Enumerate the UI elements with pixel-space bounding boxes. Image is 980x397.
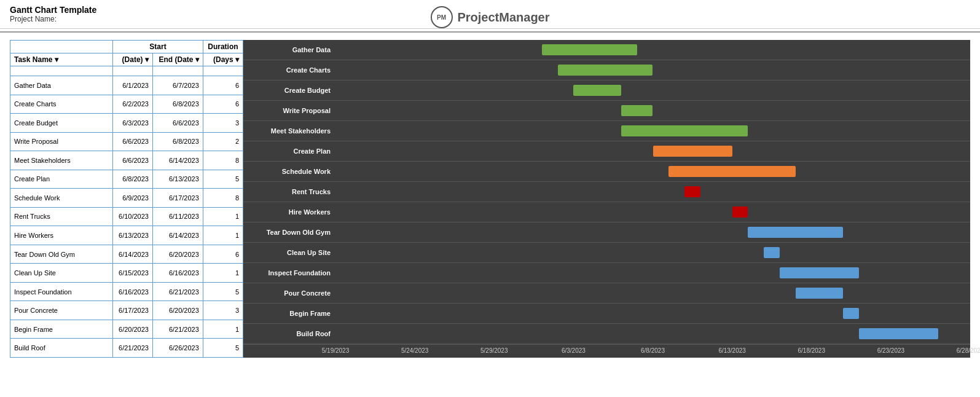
axis-date-label: 6/3/2023 [562, 347, 586, 354]
task-end: 6/13/2023 [152, 170, 203, 189]
gantt-track [335, 40, 970, 60]
gantt-track [335, 324, 970, 344]
task-duration: 1 [203, 226, 243, 245]
col-sub-duration: (Days ▾ [203, 53, 243, 66]
gantt-row: Tear Down Old Gym [243, 222, 970, 243]
axis-date-label: 5/29/2023 [480, 347, 508, 354]
task-table: Start Duration Task Name ▾ (Date) ▾ End … [10, 40, 243, 358]
table-row: Meet Stakeholders 6/6/2023 6/14/2023 8 [10, 151, 243, 170]
task-end: 6/17/2023 [152, 189, 203, 208]
task-name: Build Roof [10, 339, 113, 358]
task-duration: 5 [203, 282, 243, 301]
gantt-track [335, 141, 970, 161]
task-start: 6/14/2023 [113, 245, 153, 264]
axis-date-label: 6/13/2023 [718, 347, 746, 354]
task-name: Hire Workers [10, 226, 113, 245]
table-row: Inspect Foundation 6/16/2023 6/21/2023 5 [10, 282, 243, 301]
gantt-task-label: Write Proposal [243, 107, 335, 114]
gantt-track [335, 101, 970, 120]
gantt-task-label: Schedule Work [243, 168, 335, 175]
gantt-row: Hire Workers [243, 202, 970, 222]
task-duration: 5 [203, 339, 243, 358]
axis-date-label: 6/28/2023 [957, 347, 980, 354]
gantt-row: Begin Frame [243, 304, 970, 324]
task-end: 6/14/2023 [152, 226, 203, 245]
task-duration: 3 [203, 301, 243, 320]
axis-date-label: 5/19/2023 [322, 347, 350, 354]
task-start: 6/6/2023 [113, 151, 153, 170]
gantt-track [335, 283, 970, 303]
gantt-task-label: Clean Up Site [243, 249, 335, 256]
gantt-task-label: Inspect Foundation [243, 269, 335, 277]
gantt-row: Schedule Work [243, 162, 970, 182]
task-duration: 8 [203, 189, 243, 208]
gantt-task-label: Create Plan [243, 147, 335, 155]
table-row: Build Roof 6/21/2023 6/26/2023 5 [10, 339, 243, 358]
task-start: 6/8/2023 [113, 170, 153, 189]
logo-area: PM ProjectManager [430, 6, 549, 28]
gantt-bar [621, 125, 748, 136]
gantt-task-label: Pour Concrete [243, 289, 335, 297]
task-name: Create Budget [10, 114, 113, 133]
task-start: 6/1/2023 [113, 76, 153, 95]
gantt-row: Write Proposal [243, 101, 970, 121]
table-row: Create Budget 6/3/2023 6/6/2023 3 [10, 114, 243, 133]
gantt-task-label: Create Charts [243, 66, 335, 74]
col-header-duration: Duration [203, 41, 243, 53]
col-sub-end: End (Date ▾ [152, 53, 203, 66]
col-sub-start: (Date) ▾ [113, 53, 153, 66]
gantt-bar [843, 308, 859, 319]
task-end: 6/21/2023 [152, 282, 203, 301]
table-row: Create Plan 6/8/2023 6/13/2023 5 [10, 170, 243, 189]
main-content: Start Duration Task Name ▾ (Date) ▾ End … [0, 35, 980, 363]
table-row: Create Charts 6/2/2023 6/8/2023 6 [10, 95, 243, 114]
task-start: 6/9/2023 [113, 189, 153, 208]
task-name: Rent Trucks [10, 207, 113, 226]
task-name: Pour Concrete [10, 301, 113, 320]
task-start: 6/16/2023 [113, 282, 153, 301]
gantt-task-label: Tear Down Old Gym [243, 229, 335, 236]
table-row: Hire Workers 6/13/2023 6/14/2023 1 [10, 226, 243, 245]
task-name: Gather Data [10, 76, 113, 95]
gantt-bar [668, 166, 796, 177]
gantt-bar [859, 328, 938, 339]
table-row: Rent Trucks 6/10/2023 6/11/2023 1 [10, 207, 243, 226]
task-name: Write Proposal [10, 132, 113, 151]
task-start: 6/2/2023 [113, 95, 153, 114]
gantt-task-label: Rent Trucks [243, 188, 335, 195]
gantt-chart: Gather DataCreate ChartsCreate BudgetWri… [243, 40, 970, 358]
axis-date-label: 5/24/2023 [401, 347, 429, 354]
gantt-row: Rent Trucks [243, 182, 970, 202]
gantt-bar [764, 247, 780, 258]
gantt-bar [796, 288, 843, 299]
task-duration: 6 [203, 245, 243, 264]
task-name: Inspect Foundation [10, 282, 113, 301]
task-end: 6/7/2023 [152, 76, 203, 95]
gantt-track [335, 202, 970, 222]
task-end: 6/21/2023 [152, 320, 203, 339]
gantt-row: Create Charts [243, 60, 970, 81]
gantt-track [335, 243, 970, 262]
task-name: Clean Up Site [10, 264, 113, 283]
task-start: 6/20/2023 [113, 320, 153, 339]
axis-date-label: 6/18/2023 [798, 347, 826, 354]
task-start: 6/3/2023 [113, 114, 153, 133]
gantt-axis: 5/19/20235/24/20235/29/20236/3/20236/8/2… [243, 344, 970, 358]
gantt-task-label: Gather Data [243, 46, 335, 53]
task-duration: 3 [203, 114, 243, 133]
task-end: 6/8/2023 [152, 132, 203, 151]
gantt-track [335, 162, 970, 181]
task-start: 6/15/2023 [113, 264, 153, 283]
axis-date-label: 6/8/2023 [641, 347, 665, 354]
gantt-bar [542, 44, 637, 55]
gantt-bar [780, 267, 859, 278]
page-title: Gantt Chart Template [10, 5, 96, 15]
gantt-task-label: Meet Stakeholders [243, 127, 335, 135]
table-row: Gather Data 6/1/2023 6/7/2023 6 [10, 76, 243, 95]
gantt-track [335, 60, 970, 80]
gantt-bar [732, 206, 748, 218]
empty-row [10, 66, 243, 76]
task-start: 6/10/2023 [113, 207, 153, 226]
gantt-row: Inspect Foundation [243, 263, 970, 283]
task-duration: 5 [203, 170, 243, 189]
